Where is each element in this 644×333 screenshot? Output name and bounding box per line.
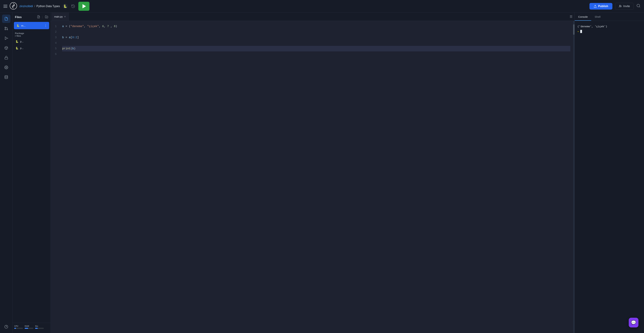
storage-bar	[35, 328, 44, 329]
code-line-2	[62, 29, 570, 35]
sidebar-item-packages[interactable]	[2, 44, 10, 52]
svg-rect-15	[5, 58, 8, 59]
ram-bar	[25, 328, 33, 329]
cpu-bar-fill	[14, 328, 16, 329]
file-name: p...	[20, 47, 24, 50]
svg-marker-12	[5, 37, 7, 40]
history-icon[interactable]	[70, 4, 76, 9]
files-title: Files	[15, 16, 36, 19]
file-python-icon: 🐍	[15, 40, 19, 44]
files-panel: Files | 🐍 m... ⋮	[12, 12, 51, 333]
tab-label: main.py	[54, 15, 63, 18]
svg-point-17	[5, 76, 8, 76]
storage-stat: Sto	[35, 325, 44, 329]
editor-scrollbar[interactable]	[573, 21, 574, 333]
svg-point-6	[637, 4, 640, 7]
system-stats: CPU RAM Sto	[12, 323, 50, 330]
svg-point-1	[13, 6, 14, 6]
code-editor[interactable]: 1 2 3 4 5 6 a = ("deneme", "çiçek", 6, 7…	[51, 21, 573, 333]
code-line-5: print(b)	[62, 46, 570, 52]
tab-close-icon[interactable]: ✕	[64, 16, 66, 18]
run-button[interactable]	[78, 2, 90, 11]
cpu-bar	[14, 328, 23, 329]
svg-point-10	[5, 29, 6, 30]
editor-area: main.py ✕ ☰ 1 2 3 4 5 6 a = ("de	[51, 12, 574, 333]
active-file-item[interactable]: 🐍 m... ⋮	[14, 22, 49, 29]
editor-scroll-container: 1 2 3 4 5 6 a = ("deneme", "çiçek", 6, 7…	[51, 21, 574, 333]
chat-fab-button[interactable]: 💬	[629, 318, 638, 328]
new-file-icon[interactable]	[37, 15, 40, 19]
package-section-label: Package r files	[12, 30, 50, 38]
files-header: Files |	[12, 15, 50, 21]
code-line-4	[62, 40, 570, 46]
code-content[interactable]: a = ("deneme", "çiçek", 6, 7 , 8) b = a[…	[60, 24, 573, 330]
list-item[interactable]: 🐍 p...	[12, 38, 50, 45]
sidebar-item-help[interactable]	[2, 322, 10, 331]
file-name: p...	[20, 40, 24, 43]
cpu-stat: CPU	[14, 325, 23, 329]
files-divider: |	[42, 16, 43, 19]
cpu-label: CPU	[14, 325, 23, 327]
editor-scrollbar-thumb[interactable]	[573, 24, 574, 35]
console-content[interactable]: ('deneme', 'çiçek') ▸	[575, 21, 644, 333]
sidebar-item-run[interactable]	[2, 34, 10, 42]
ram-bar-fill	[25, 328, 28, 329]
sidebar-icons	[0, 12, 12, 333]
active-file-menu-icon[interactable]: ⋮	[44, 24, 47, 27]
editor-tabs: main.py ✕ ☰	[51, 12, 574, 21]
list-item[interactable]: 🐍 p...	[12, 45, 50, 52]
cursor-block	[580, 30, 582, 33]
sidebar-item-settings[interactable]	[2, 63, 10, 72]
invite-button[interactable]: Invite	[615, 3, 634, 10]
sidebar-item-git[interactable]	[2, 24, 10, 33]
editor-menu-icon[interactable]: ☰	[570, 15, 572, 18]
console-output-line: ('deneme', 'çiçek')	[578, 24, 641, 29]
ram-label: RAM	[25, 325, 33, 327]
search-icon[interactable]	[636, 4, 640, 9]
new-folder-icon[interactable]	[45, 15, 48, 19]
code-line-1: a = ("deneme", "çiçek", 6, 7 , 8)	[62, 24, 570, 29]
stats-row: CPU RAM Sto	[14, 325, 49, 329]
header: zinzinzibidi / Python Data Types 🐍	[0, 0, 644, 12]
code-line-3: b = a[0:2]	[62, 35, 570, 40]
header-left: zinzinzibidi / Python Data Types 🐍	[4, 2, 587, 11]
console-prompt: ▸	[578, 30, 641, 33]
editor-toolbar: ☰	[570, 15, 574, 18]
breadcrumb-user[interactable]: zinzinzibidi	[20, 5, 33, 8]
tab-main-py[interactable]: main.py ✕	[52, 12, 69, 21]
main-content: Files | 🐍 m... ⋮	[0, 12, 644, 333]
breadcrumb-separator: /	[34, 5, 35, 8]
active-file-python-icon: 🐍	[16, 24, 20, 28]
sidebar-item-files[interactable]	[2, 14, 10, 23]
svg-line-7	[639, 6, 640, 7]
file-python-icon: 🐍	[15, 46, 19, 50]
console-tabs: Console Shell	[575, 12, 644, 21]
svg-point-8	[6, 29, 8, 30]
storage-bar-fill	[35, 328, 38, 329]
active-file-name: m...	[21, 24, 43, 27]
tab-shell[interactable]: Shell	[591, 13, 604, 21]
publish-button[interactable]: Publish	[590, 3, 612, 10]
breadcrumb: zinzinzibidi / Python Data Types	[20, 5, 60, 8]
chat-icon: 💬	[631, 320, 636, 325]
tab-console[interactable]: Console	[575, 13, 591, 21]
svg-point-9	[5, 27, 6, 28]
storage-label: Sto	[35, 325, 44, 327]
code-line-6	[62, 52, 570, 57]
line-numbers: 1 2 3 4 5 6	[51, 24, 60, 330]
sidebar-item-secrets[interactable]	[2, 54, 10, 62]
python-language-badge: 🐍	[62, 4, 68, 9]
console-panel: Console Shell ('deneme', 'çiçek') ▸	[574, 12, 644, 333]
app-logo	[10, 2, 17, 10]
header-right: Publish Invite	[590, 3, 640, 10]
hamburger-menu[interactable]	[4, 5, 7, 8]
project-title: Python Data Types	[36, 5, 60, 8]
svg-point-16	[6, 67, 7, 68]
svg-point-3	[620, 5, 620, 6]
ram-stat: RAM	[25, 325, 33, 329]
sidebar-item-database[interactable]	[2, 73, 10, 81]
prompt-arrow-icon: ▸	[578, 30, 579, 33]
